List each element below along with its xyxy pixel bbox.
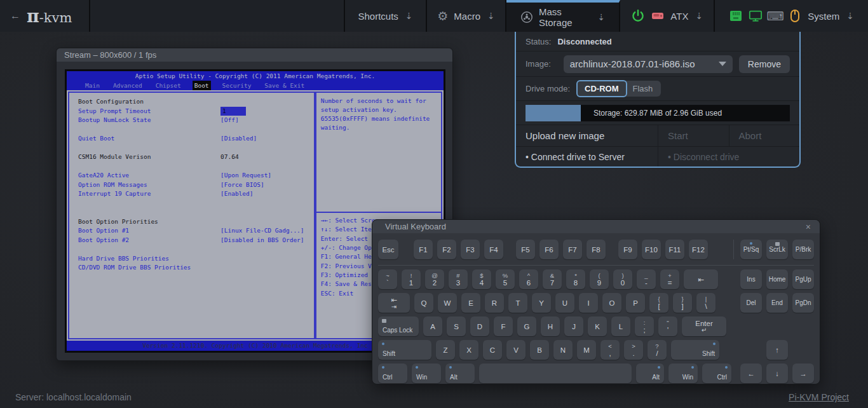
key-y[interactable]: Y — [532, 293, 551, 313]
key-w[interactable]: W — [438, 293, 457, 313]
key-insert[interactable]: Ins — [740, 269, 762, 289]
key-ctrl-left[interactable]: Ctrl — [378, 364, 407, 383]
menu-shortcuts[interactable]: Shortcuts ⇣ — [345, 0, 427, 32]
key-f8[interactable]: F8 — [587, 240, 606, 259]
bios-option-row[interactable]: Quiet Boot[Disabled] — [69, 134, 314, 144]
key-arrow-right[interactable]: → — [792, 364, 814, 383]
key-g[interactable]: G — [517, 316, 536, 336]
key-tab[interactable]: ⇤⇥ — [378, 293, 410, 313]
connect-drive-button[interactable]: • Connect drive to Server — [516, 147, 658, 167]
remove-image-button[interactable]: Remove — [739, 55, 790, 73]
abort-button[interactable]: Abort — [729, 125, 800, 146]
key-enter[interactable]: Enter↵ — [682, 316, 726, 336]
key-backspace[interactable]: ⇤ — [684, 269, 718, 289]
bios-option-row[interactable]: CD/DVD ROM Drive BBS Priorities — [69, 263, 314, 273]
key-page-down[interactable]: PgDn — [792, 293, 814, 313]
key-bracket-right[interactable]: }] — [673, 293, 692, 313]
key-bracket-left[interactable]: {[ — [649, 293, 668, 313]
key-f1[interactable]: F1 — [414, 240, 433, 259]
key-m[interactable]: M — [577, 340, 596, 360]
key-l[interactable]: L — [611, 316, 630, 336]
bios-menu-advanced[interactable]: Advanced — [111, 81, 144, 90]
key-p[interactable]: P — [626, 293, 645, 313]
key-z[interactable]: Z — [436, 340, 455, 360]
key-8[interactable]: *8 — [566, 269, 585, 289]
key-slash[interactable]: ?/ — [648, 340, 667, 360]
key-comma[interactable]: <, — [600, 340, 620, 360]
key-9[interactable]: (9 — [590, 269, 609, 289]
key-r[interactable]: R — [485, 293, 504, 313]
key-j[interactable]: J — [564, 316, 583, 336]
menu-atx[interactable]: ATX ⇣ — [620, 0, 715, 32]
pikvm-project-link[interactable]: Pi-KVM Project — [789, 392, 849, 402]
key-f10[interactable]: F10 — [642, 240, 661, 259]
bios-menu-security[interactable]: Security — [220, 81, 254, 90]
bios-menu-main[interactable]: Main — [83, 81, 102, 90]
bios-menu-boot[interactable]: Boot — [193, 81, 211, 90]
key-0[interactable]: )0 — [613, 269, 632, 289]
bios-option-row[interactable]: Setup Prompt Timeout1 — [69, 107, 314, 116]
key-pause-break[interactable]: P/Brk — [792, 240, 814, 259]
key-d[interactable]: D — [470, 316, 489, 336]
key-k[interactable]: K — [588, 316, 607, 336]
key-2[interactable]: @2 — [425, 269, 444, 289]
start-button[interactable]: Start — [658, 125, 729, 146]
key-win-right[interactable]: Win — [668, 364, 698, 383]
key-q[interactable]: Q — [414, 293, 433, 313]
key-page-up[interactable]: PgUp — [792, 269, 814, 289]
key-period[interactable]: >. — [624, 340, 643, 360]
key-s[interactable]: S — [447, 316, 466, 336]
key-shift-right[interactable]: Shift — [671, 340, 719, 360]
bios-option-row[interactable]: GateA20 Active[Upon Request] — [69, 171, 314, 180]
key-f6[interactable]: F6 — [539, 240, 559, 259]
key-alt-right[interactable]: Alt — [636, 364, 664, 383]
key-caps-lock[interactable]: Caps Lock — [378, 316, 419, 336]
stream-window-titlebar[interactable]: Stream – 800x600 / 1 fps — [57, 48, 452, 62]
bios-option-row[interactable]: Hard Drive BBS Priorities — [69, 254, 314, 264]
key-minus[interactable]: _- — [637, 269, 656, 289]
key-delete[interactable]: Del — [740, 293, 762, 313]
key-scroll-lock[interactable]: ScrLk — [766, 240, 788, 259]
key-f9[interactable]: F9 — [618, 240, 637, 259]
image-select[interactable]: archlinux-2018.07.01-i686.iso — [564, 55, 733, 73]
key-f[interactable]: F — [494, 316, 513, 336]
key-c[interactable]: C — [483, 340, 502, 360]
menu-mass-storage[interactable]: Mass Storage ⇣ — [506, 0, 620, 32]
key-arrow-down[interactable]: ↓ — [766, 364, 788, 383]
key-end[interactable]: End — [766, 293, 788, 313]
key-backquote[interactable]: ~` — [378, 269, 397, 289]
key-f12[interactable]: F12 — [689, 240, 708, 259]
key-alt-left[interactable]: Alt — [445, 364, 475, 383]
upload-new-image-button[interactable]: Upload new image — [516, 125, 658, 146]
key-a[interactable]: A — [423, 316, 442, 336]
key-1[interactable]: !1 — [402, 269, 421, 289]
key-f3[interactable]: F3 — [461, 240, 480, 259]
key-equal[interactable]: += — [660, 269, 679, 289]
key-print-screen[interactable]: Pt/Sq — [740, 240, 762, 259]
mode-cdrom-button[interactable]: CD-ROM — [576, 80, 627, 97]
menu-macro[interactable]: ⚙ Macro ⇣ — [427, 0, 506, 32]
key-e[interactable]: E — [461, 293, 480, 313]
key-v[interactable]: V — [506, 340, 526, 360]
keyboard-titlebar[interactable]: Virtual Keyboard × — [372, 220, 820, 233]
menu-system[interactable]: ⌨ System ⇣ — [715, 0, 868, 32]
bios-option-row[interactable]: Bootup NumLock State[Off] — [69, 116, 314, 125]
bios-option-row[interactable]: Boot Option #2[Disabled in BBS Order] — [69, 236, 314, 245]
key-5[interactable]: %5 — [496, 269, 515, 289]
key-3[interactable]: #3 — [449, 269, 468, 289]
key-win-left[interactable]: Win — [412, 364, 441, 383]
key-u[interactable]: U — [555, 293, 574, 313]
key-4[interactable]: $4 — [472, 269, 491, 289]
bios-menu-save-exit[interactable]: Save & Exit — [262, 81, 306, 90]
bios-option-row[interactable]: Option ROM Messages[Force BIOS] — [69, 180, 314, 190]
key-t[interactable]: T — [508, 293, 527, 313]
key-n[interactable]: N — [553, 340, 573, 360]
key-b[interactable]: B — [530, 340, 549, 360]
bios-menu-chipset[interactable]: Chipset — [154, 81, 183, 90]
key-ctrl-right[interactable]: Ctrl — [702, 364, 731, 383]
key-7[interactable]: &7 — [543, 269, 562, 289]
key-f4[interactable]: F4 — [484, 240, 503, 259]
mode-flash-button[interactable]: Flash — [625, 81, 661, 97]
key-arrow-up[interactable]: ↑ — [766, 340, 788, 360]
key-f7[interactable]: F7 — [563, 240, 582, 259]
